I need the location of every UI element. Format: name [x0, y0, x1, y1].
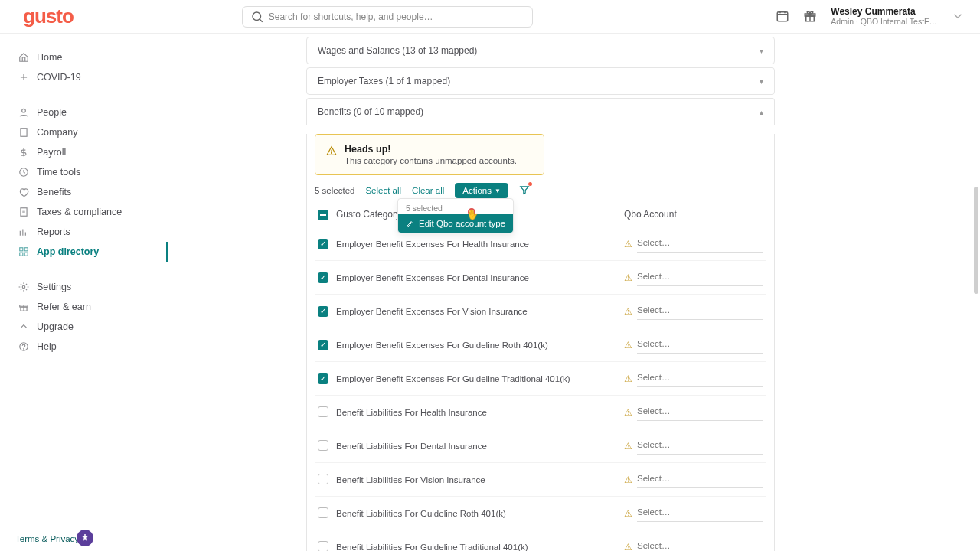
sidebar-item-home[interactable]: Home — [0, 47, 168, 67]
warning-icon: ⚠ — [624, 542, 632, 552]
accordion-benefits[interactable]: Benefits (0 of 10 mapped) ▴ — [306, 98, 775, 125]
qbo-account-select[interactable]: ⚠ — [624, 235, 763, 253]
qbo-account-select[interactable]: ⚠ — [624, 302, 763, 320]
sidebar-item-label: Company — [37, 127, 78, 138]
qbo-account-input[interactable] — [637, 437, 763, 455]
caret-down-icon: ▼ — [495, 187, 501, 194]
qbo-account-select[interactable]: ⚠ — [624, 504, 763, 522]
sidebar-item-refer-earn[interactable]: Refer & earn — [0, 297, 168, 317]
table-row: ✓Employer Benefit Expenses For Dental In… — [315, 261, 766, 295]
chart-icon — [18, 227, 29, 237]
gear-icon — [18, 282, 29, 292]
svg-rect-24 — [24, 248, 28, 251]
sidebar-item-benefits[interactable]: Benefits — [0, 182, 168, 202]
table-row: ✓Employer Benefit Expenses For Health In… — [315, 227, 766, 261]
gift-icon[interactable] — [803, 9, 817, 23]
svg-point-32 — [24, 349, 24, 350]
qbo-account-input[interactable] — [637, 269, 763, 286]
row-checkbox[interactable] — [318, 474, 328, 484]
warning-icon: ⚠ — [624, 239, 632, 249]
bulk-toolbar: 5 selected Select all Clear all Actions … — [315, 183, 766, 198]
row-checkbox[interactable] — [318, 507, 328, 518]
qbo-account-select[interactable]: ⚠ — [624, 269, 763, 286]
search-placeholder: Search for shortcuts, help, and people… — [269, 11, 433, 22]
chevron-down-icon[interactable] — [951, 9, 965, 23]
qbo-account-select[interactable]: ⚠ — [624, 370, 763, 387]
qbo-account-select[interactable]: ⚠ — [624, 403, 763, 421]
qbo-account-input[interactable] — [637, 403, 763, 421]
qbo-account-select[interactable]: ⚠ — [624, 437, 763, 455]
qbo-account-input[interactable] — [637, 471, 763, 488]
warning-icon: ⚠ — [624, 441, 632, 452]
actions-button[interactable]: Actions ▼ — [455, 183, 508, 198]
selected-count: 5 selected — [315, 186, 354, 195]
row-category-label: Benefit Liabilities For Guideline Roth 4… — [333, 497, 621, 530]
sidebar-item-help[interactable]: Help — [0, 337, 168, 357]
row-category-label: Employer Benefit Expenses For Dental Ins… — [333, 261, 621, 295]
table-row: Benefit Liabilities For Vision Insurance… — [315, 463, 766, 497]
sidebar-item-payroll[interactable]: Payroll — [0, 142, 168, 162]
clear-all-link[interactable]: Clear all — [412, 186, 444, 195]
sidebar-item-label: Settings — [37, 282, 71, 292]
warning-icon: ⚠ — [624, 272, 632, 283]
qbo-account-input[interactable] — [637, 235, 763, 253]
row-checkbox[interactable]: ✓ — [318, 340, 328, 350]
qbo-account-input[interactable] — [637, 302, 763, 320]
up-icon — [18, 321, 29, 332]
table-row: Benefit Liabilities For Guideline Roth 4… — [315, 497, 766, 530]
actions-dropdown: 5 selected Edit Qbo account type — [397, 198, 514, 233]
sidebar-item-label: COVID-19 — [37, 72, 81, 83]
gift-icon — [18, 302, 29, 312]
table-row: ✓Employer Benefit Expenses For Guideline… — [315, 328, 766, 362]
sidebar-item-app-directory[interactable]: App directory — [0, 242, 168, 262]
table-row: Benefit Liabilities For Guideline Tradit… — [315, 530, 766, 552]
sidebar-item-time-tools[interactable]: Time tools — [0, 162, 168, 182]
qbo-account-select[interactable]: ⚠ — [624, 336, 763, 354]
qbo-account-input[interactable] — [637, 504, 763, 522]
row-checkbox[interactable]: ✓ — [318, 272, 328, 283]
row-checkbox[interactable] — [318, 440, 328, 451]
svg-point-0 — [253, 12, 261, 21]
qbo-account-select[interactable]: ⚠ — [624, 538, 763, 551]
privacy-link[interactable]: Privacy — [50, 534, 79, 543]
search-input[interactable]: Search for shortcuts, help, and people… — [242, 6, 533, 28]
row-checkbox[interactable]: ✓ — [318, 239, 328, 249]
sidebar-item-settings[interactable]: Settings — [0, 277, 168, 297]
sidebar-item-taxes-compliance[interactable]: Taxes & compliance — [0, 202, 168, 222]
qbo-account-input[interactable] — [637, 370, 763, 387]
row-category-label: Benefit Liabilities For Vision Insurance — [333, 463, 621, 497]
main-content: Wages and Salaries (13 of 13 mapped) ▾ E… — [168, 34, 980, 551]
sidebar-item-covid-19[interactable]: COVID-19 — [0, 67, 168, 87]
row-checkbox[interactable] — [318, 541, 328, 552]
accessibility-button[interactable] — [77, 530, 93, 546]
row-checkbox[interactable]: ✓ — [318, 306, 328, 317]
select-all-link[interactable]: Select all — [365, 186, 401, 195]
sidebar-item-label: Help — [37, 341, 57, 352]
qbo-account-input[interactable] — [637, 538, 763, 551]
accordion-wages[interactable]: Wages and Salaries (13 of 13 mapped) ▾ — [306, 37, 775, 64]
select-all-checkbox[interactable] — [318, 210, 328, 220]
row-category-label: Employer Benefit Expenses For Guideline … — [333, 362, 621, 396]
terms-link[interactable]: Terms — [15, 534, 39, 543]
user-menu[interactable]: Wesley Cummerata Admin · QBO Internal Te… — [831, 6, 937, 27]
filter-badge-dot — [528, 182, 532, 186]
sidebar-item-people[interactable]: People — [0, 103, 168, 122]
scrollbar-thumb[interactable] — [974, 187, 978, 294]
sidebar-item-upgrade[interactable]: Upgrade — [0, 317, 168, 337]
qbo-account-input[interactable] — [637, 336, 763, 354]
svg-rect-23 — [20, 248, 23, 251]
filter-icon[interactable] — [519, 184, 530, 197]
row-checkbox[interactable] — [318, 406, 328, 417]
row-checkbox[interactable]: ✓ — [318, 373, 328, 384]
sidebar-item-company[interactable]: Company — [0, 122, 168, 142]
logo[interactable]: gusto — [23, 5, 74, 28]
accordion-taxes[interactable]: Employer Taxes (1 of 1 mapped) ▾ — [306, 67, 775, 95]
qbo-account-select[interactable]: ⚠ — [624, 471, 763, 488]
edit-qbo-account-type-item[interactable]: Edit Qbo account type — [398, 214, 513, 233]
table-row: ✓Employer Benefit Expenses For Guideline… — [315, 362, 766, 396]
sidebar-item-reports[interactable]: Reports — [0, 222, 168, 242]
svg-rect-26 — [24, 253, 28, 256]
calendar-icon[interactable] — [776, 9, 789, 23]
sidebar-item-label: Refer & earn — [37, 302, 91, 312]
svg-rect-2 — [778, 12, 789, 21]
